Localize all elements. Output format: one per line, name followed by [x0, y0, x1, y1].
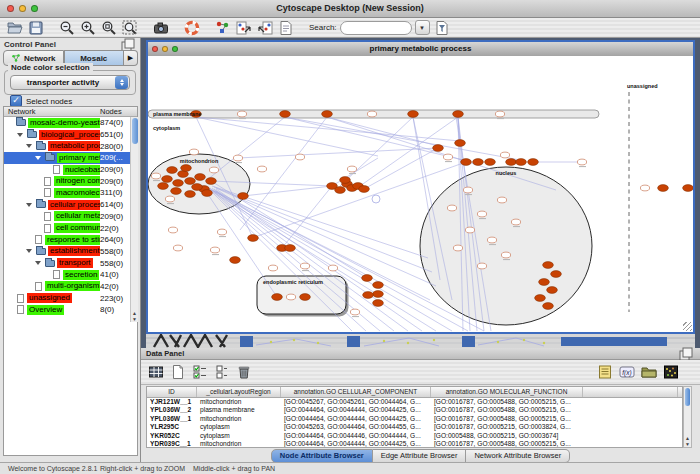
- resize-grip[interactable]: [683, 322, 692, 331]
- tree-item-secretion[interactable]: secretion41(0): [4, 269, 137, 281]
- zoom-button[interactable]: [172, 46, 178, 52]
- network-node-selected[interactable]: [359, 186, 370, 193]
- network-node-selected[interactable]: [473, 159, 484, 166]
- tree-scrollbar[interactable]: ▲▼: [130, 117, 138, 322]
- network-node-selected[interactable]: [528, 159, 539, 166]
- zoom-button[interactable]: [31, 5, 38, 12]
- tree-item-multi-organism-pro[interactable]: multi-organism pro42(0): [4, 281, 137, 293]
- column-header-annotation.GO CELLULAR_COMPONENT[interactable]: annotation.GO CELLULAR_COMPONENT: [281, 387, 431, 397]
- select-attributes-icon[interactable]: [191, 363, 209, 381]
- network-node-selected[interactable]: [181, 165, 192, 172]
- network-node-selected[interactable]: [340, 177, 351, 184]
- tab-network-attribute-browser[interactable]: Network Attribute Browser: [466, 449, 570, 463]
- network-node-selected[interactable]: [158, 183, 169, 190]
- network-node-selected[interactable]: [683, 185, 693, 192]
- matrix-icon[interactable]: [662, 363, 680, 381]
- tree-item-establishment-of-lo[interactable]: establishment of lo558(0): [4, 246, 137, 258]
- unify-icon[interactable]: [213, 363, 231, 381]
- network-node[interactable]: [168, 227, 177, 233]
- zoom-out-icon[interactable]: [58, 19, 76, 37]
- network-node[interactable]: [328, 265, 337, 271]
- network-node-selected[interactable]: [285, 245, 296, 252]
- plugin-a-icon[interactable]: [235, 19, 253, 37]
- table-row[interactable]: YKR052Ccytoplasm[GO:0044464, GO:0044446,…: [147, 432, 682, 440]
- table-row[interactable]: YLR295Ccytoplasm[GO:0045263, GO:0044464,…: [147, 423, 682, 431]
- column-header-spacer[interactable]: [583, 387, 678, 397]
- zoom-region-icon[interactable]: [121, 19, 139, 37]
- network-node[interactable]: [237, 111, 246, 117]
- network-node[interactable]: [233, 155, 242, 161]
- table-row[interactable]: YDR039C__1mitochondrion[GO:0044464, GO:0…: [147, 440, 682, 448]
- tree-item-metabolic-process[interactable]: metabolic process280(0): [4, 140, 137, 152]
- network-node[interactable]: [367, 111, 376, 117]
- network-node[interactable]: [209, 167, 218, 173]
- expand-arrow-icon[interactable]: [35, 156, 41, 160]
- network-node[interactable]: [257, 166, 266, 172]
- network-node-selected[interactable]: [485, 159, 496, 166]
- network-node-selected[interactable]: [363, 292, 374, 299]
- table-row[interactable]: YJR121W__1mitochondrion[GO:0045267, GO:0…: [147, 398, 682, 406]
- network-node[interactable]: [465, 227, 474, 233]
- network-node-selected[interactable]: [551, 271, 562, 278]
- table-scrollbar-thumb[interactable]: [685, 388, 690, 406]
- network-node[interactable]: [640, 185, 649, 191]
- network-node[interactable]: [173, 245, 182, 251]
- network-node-selected[interactable]: [192, 184, 203, 191]
- vizmapper-icon[interactable]: [214, 19, 232, 37]
- network-node-selected[interactable]: [543, 262, 554, 269]
- network-node-selected[interactable]: [162, 176, 173, 183]
- network-window-titlebar[interactable]: primary metabolic process: [148, 42, 693, 57]
- network-node[interactable]: [501, 252, 510, 258]
- network-canvas[interactable]: plasma membranecytoplasmmitochondrionnuc…: [148, 56, 693, 332]
- network-node-selected[interactable]: [238, 193, 249, 200]
- tree-scrollbar-arrows[interactable]: ▲▼: [131, 310, 138, 322]
- column-header-ID[interactable]: ID: [147, 387, 197, 397]
- column-header-_cellularLayoutRegion[interactable]: _cellularLayoutRegion: [197, 387, 281, 397]
- zoom-in-icon[interactable]: [79, 19, 97, 37]
- expand-arrow-icon[interactable]: [17, 133, 23, 137]
- table-scrollbar-arrows[interactable]: ▲▼: [684, 435, 691, 447]
- close-button[interactable]: [7, 5, 14, 12]
- network-node-selected[interactable]: [206, 178, 217, 185]
- tree-item-cellular-process[interactable]: cellular process614(0): [4, 199, 137, 211]
- tree-item-cell-communicat[interactable]: cell communicat22(0): [4, 222, 137, 234]
- tree-item-macromolecule[interactable]: macromolecule311(0): [4, 187, 137, 199]
- table-icon[interactable]: [147, 363, 165, 381]
- table-row[interactable]: YPL036W__2plasma membrane[GO:0044464, GO…: [147, 406, 682, 414]
- network-node-selected[interactable]: [322, 111, 333, 118]
- network-node-selected[interactable]: [185, 178, 196, 185]
- expand-arrow-icon[interactable]: [26, 144, 32, 148]
- network-node[interactable]: [443, 154, 452, 160]
- close-button[interactable]: [152, 46, 158, 52]
- network-node-selected[interactable]: [202, 190, 213, 197]
- network-node[interactable]: [300, 263, 309, 269]
- help-icon[interactable]: [183, 19, 201, 37]
- tree-item-response-to-stimulu[interactable]: response to stimulu264(0): [4, 234, 137, 246]
- network-node[interactable]: [463, 187, 472, 193]
- network-node[interactable]: [477, 211, 486, 217]
- network-node[interactable]: [347, 166, 356, 172]
- network-node-selected[interactable]: [373, 291, 384, 298]
- network-node[interactable]: [497, 197, 506, 203]
- expand-arrow-icon[interactable]: [26, 249, 32, 253]
- network-node-selected[interactable]: [506, 159, 517, 166]
- trash-icon[interactable]: [235, 363, 253, 381]
- tree-item-transport[interactable]: transport558(0): [4, 257, 137, 269]
- network-node-selected[interactable]: [185, 191, 196, 198]
- network-node-selected[interactable]: [543, 303, 554, 310]
- network-node-selected[interactable]: [408, 111, 419, 118]
- minimize-button[interactable]: [19, 5, 26, 12]
- network-node[interactable]: [453, 245, 462, 251]
- zoom-fit-icon[interactable]: [100, 19, 118, 37]
- network-node-selected[interactable]: [373, 282, 384, 289]
- tree-item-overview[interactable]: Overview8(0): [4, 304, 137, 316]
- network-node[interactable]: [350, 309, 359, 315]
- network-node-selected[interactable]: [195, 174, 206, 181]
- network-node-selected[interactable]: [373, 300, 384, 307]
- tree-item-unassigned[interactable]: unassigned223(0): [4, 292, 137, 304]
- network-node-selected[interactable]: [433, 145, 444, 152]
- network-node-selected[interactable]: [230, 257, 241, 264]
- column-header-annotation.GO MOLECULAR_FUNCTION[interactable]: annotation.GO MOLECULAR_FUNCTION: [431, 387, 583, 397]
- network-node-selected[interactable]: [535, 295, 546, 302]
- tab-edge-attribute-browser[interactable]: Edge Attribute Browser: [373, 449, 467, 463]
